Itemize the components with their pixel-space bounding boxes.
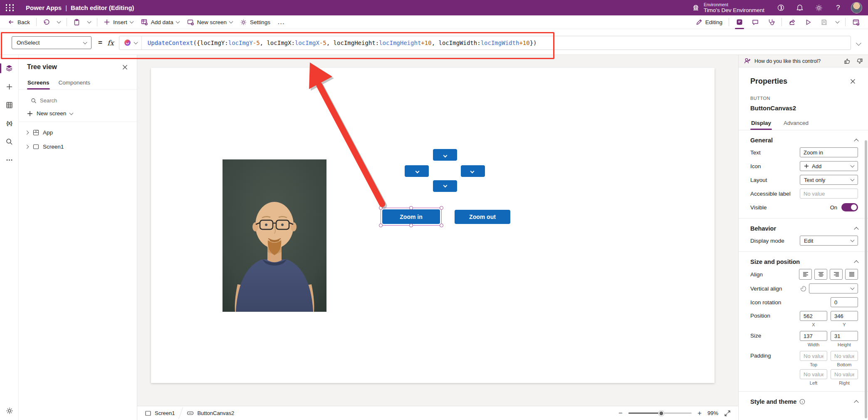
save-button[interactable]: [816, 17, 832, 27]
new-screen-button[interactable]: New screen: [183, 17, 236, 27]
more-rail-icon[interactable]: [0, 151, 19, 169]
insert-rail-icon[interactable]: [0, 77, 19, 96]
selection-handle[interactable]: [409, 224, 413, 227]
insert-button[interactable]: Insert: [100, 17, 137, 27]
collapse-chevron-icon[interactable]: [854, 227, 858, 231]
tab-screens[interactable]: Screens: [24, 77, 53, 89]
settings-gear-icon[interactable]: [809, 0, 828, 15]
copilot-icon[interactable]: [771, 0, 790, 15]
zoom-out-canvas-button[interactable]: −: [618, 410, 623, 417]
selection-frame[interactable]: Zoom in: [381, 208, 442, 226]
icon-rotation-input[interactable]: [831, 297, 858, 307]
copilot-formula-button[interactable]: [119, 36, 142, 50]
padding-bottom-input[interactable]: [831, 351, 858, 361]
undo-dropdown[interactable]: [54, 17, 64, 27]
move-down-button[interactable]: [433, 180, 457, 192]
tree-view-rail-icon[interactable]: [0, 59, 19, 77]
accessible-label-input[interactable]: [800, 189, 858, 199]
canvas-zoom-slider[interactable]: [628, 413, 692, 414]
thumbs-up-icon[interactable]: [844, 58, 851, 65]
help-icon[interactable]: ?: [828, 0, 848, 15]
collapse-chevron-icon[interactable]: [854, 400, 858, 405]
editing-mode-button[interactable]: Editing: [692, 17, 726, 27]
share-button[interactable]: [784, 17, 800, 27]
tab-advanced[interactable]: Advanced: [783, 117, 809, 130]
padding-right-input[interactable]: [831, 369, 858, 379]
app-checker-stethoscope-icon[interactable]: [763, 17, 779, 27]
display-mode-dropdown[interactable]: Edit: [800, 236, 858, 246]
collapse-chevron-icon[interactable]: [854, 139, 858, 143]
zoom-in-button[interactable]: Zoom in: [382, 209, 440, 224]
align-right-button[interactable]: [830, 269, 843, 280]
thumbs-down-icon[interactable]: [856, 58, 863, 65]
more-commands-button[interactable]: ...: [274, 17, 289, 27]
tab-components[interactable]: Components: [55, 77, 94, 89]
portrait-image[interactable]: [223, 159, 326, 312]
position-x-input[interactable]: [800, 311, 827, 321]
tab-display[interactable]: Display: [750, 117, 772, 130]
collapse-chevron-icon[interactable]: [854, 260, 858, 265]
comments-button[interactable]: [747, 17, 763, 27]
breadcrumb-buttoncanvas2[interactable]: ButtonCanvas2: [187, 410, 234, 417]
zoom-in-canvas-button[interactable]: +: [697, 410, 702, 417]
search-rail-icon[interactable]: [0, 132, 19, 151]
chevron-right-icon[interactable]: [25, 144, 29, 149]
fit-to-window-icon[interactable]: [724, 410, 731, 417]
paste-dropdown[interactable]: [84, 17, 94, 27]
zoom-out-button[interactable]: Zoom out: [455, 210, 510, 224]
size-width-input[interactable]: [800, 331, 827, 341]
formula-input[interactable]: UpdateContext({locImgY:locImgY-5, locImg…: [119, 36, 851, 50]
formula-bar-expand-chevron[interactable]: [857, 40, 861, 46]
icon-dropdown[interactable]: Add: [800, 161, 858, 171]
new-screen-menu-button[interactable]: New screen: [27, 110, 137, 122]
zoom-slider-knob[interactable]: [659, 410, 664, 416]
align-center-button[interactable]: [814, 269, 827, 280]
back-button[interactable]: Back: [4, 17, 34, 27]
tree-item-screen1[interactable]: Screen1: [19, 139, 137, 154]
tree-search-input[interactable]: [40, 97, 127, 104]
environment-picker[interactable]: Environment Timo's Dev Environment: [685, 0, 771, 15]
theme-reset-icon[interactable]: [800, 286, 806, 292]
selection-handle[interactable]: [379, 206, 383, 210]
align-justify-button[interactable]: [845, 269, 858, 280]
padding-left-input[interactable]: [800, 369, 827, 379]
move-up-button[interactable]: [433, 149, 457, 161]
close-icon[interactable]: [119, 62, 130, 72]
text-value-input[interactable]: [800, 147, 858, 157]
chevron-right-icon[interactable]: [25, 130, 29, 134]
position-y-input[interactable]: [831, 311, 858, 321]
selection-handle[interactable]: [379, 224, 383, 227]
move-left-button[interactable]: [405, 165, 429, 177]
add-data-button[interactable]: Add data: [137, 17, 183, 27]
paste-button[interactable]: [69, 17, 84, 27]
breadcrumb-screen1[interactable]: Screen1: [145, 410, 175, 417]
panel-scrollbar[interactable]: [865, 140, 867, 418]
formula-text[interactable]: UpdateContext({locImgY:locImgY-5, locImg…: [142, 40, 537, 46]
property-selector[interactable]: OnSelect: [12, 36, 91, 49]
user-avatar[interactable]: [851, 2, 862, 13]
move-right-button[interactable]: [461, 165, 485, 177]
info-icon[interactable]: [799, 399, 805, 405]
selection-handle[interactable]: [409, 206, 413, 210]
advanced-settings-gear-icon[interactable]: [4, 405, 15, 417]
preview-play-button[interactable]: [800, 17, 816, 27]
app-notes-panel-button[interactable]: [732, 17, 747, 27]
waffle-menu-icon[interactable]: [0, 0, 20, 15]
publish-button[interactable]: [848, 17, 864, 27]
undo-button[interactable]: [39, 17, 54, 27]
size-height-input[interactable]: [831, 331, 858, 341]
save-options-dropdown[interactable]: [832, 17, 843, 27]
tree-item-app[interactable]: App: [19, 125, 137, 139]
notifications-bell-icon[interactable]: [790, 0, 809, 15]
layout-dropdown[interactable]: Text only: [800, 175, 858, 185]
tree-search-box[interactable]: [27, 95, 131, 106]
selection-handle[interactable]: [440, 224, 443, 227]
data-rail-icon[interactable]: [0, 96, 19, 114]
padding-top-input[interactable]: [800, 351, 827, 361]
visible-toggle[interactable]: [841, 203, 858, 211]
selection-handle[interactable]: [440, 206, 443, 210]
settings-button[interactable]: Settings: [236, 17, 274, 27]
close-icon[interactable]: [847, 76, 858, 87]
vertical-align-dropdown[interactable]: [809, 283, 858, 293]
align-left-button[interactable]: [799, 269, 812, 280]
